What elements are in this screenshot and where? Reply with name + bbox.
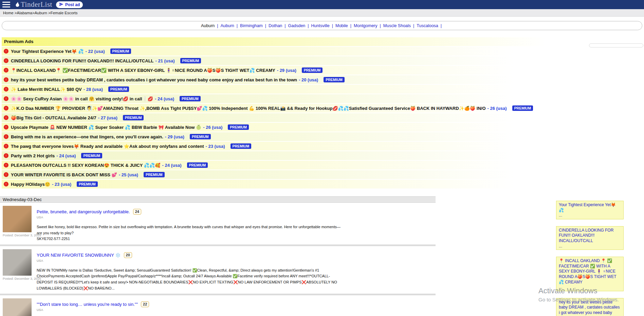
premium-badge: PREMIUM xyxy=(77,181,98,187)
listing-thumbnail[interactable] xyxy=(3,206,32,232)
city-separator: | xyxy=(265,23,266,28)
premium-ad-row[interactable]: ↑🌸🌸 Sexy CuRvy Asian 🌸🌸 in call 🤗 visiti… xyxy=(2,94,642,103)
premium-ad-title[interactable]: Happy HOlidays🙂 xyxy=(11,182,50,187)
premium-ad-row[interactable]: ↑PLEASANTON OUTCALLS !! SEXY KOREAN😍 THI… xyxy=(2,161,642,170)
premium-ad-row[interactable]: ↑✨K.O Daa NUMBER 🏆 PROVIDER 🧖‍♀️✨💕AMAZIN… xyxy=(2,104,642,113)
listing-thumbnail[interactable] xyxy=(3,249,32,276)
hamburger-menu-icon[interactable] xyxy=(2,2,10,7)
city-separator: | xyxy=(284,23,286,28)
up-arrow-icon: ↑ xyxy=(4,144,8,149)
age-badge: 22 xyxy=(141,301,149,307)
premium-ad-title[interactable]: YOUR WINTER FAVORITE IS BACK DONT MISS 💕 xyxy=(11,172,117,177)
premium-badge: PREMIUM xyxy=(187,162,208,168)
premium-ad-title[interactable]: hey its your best wettes petite baby DRE… xyxy=(11,77,297,82)
city-link-dothan[interactable]: Dothan xyxy=(269,23,282,28)
city-link-auburn[interactable]: Auburn xyxy=(221,23,234,28)
premium-ad-row[interactable]: ↑✨ Lake Merritt INCALL✨ $80 QV - 28 (usa… xyxy=(2,85,642,94)
premium-badge: PREMIUM xyxy=(81,153,102,158)
up-arrow-icon: ↑ xyxy=(4,87,8,92)
premium-ad-row[interactable]: ↑Being with me is an experience—one that… xyxy=(2,132,642,141)
premium-ad-row[interactable]: ↑Upscale Playmate 🚨 NEW NUMBER 💦 Super S… xyxy=(2,123,642,132)
premium-ad-row[interactable]: ↑YOUR WINTER FAVORITE IS BACK DONT MISS … xyxy=(2,170,642,179)
premium-ad-age: - 29 (usa) xyxy=(277,68,296,73)
sidebar-ellipsis: ... xyxy=(559,213,621,218)
listing-thumbnail[interactable] xyxy=(3,298,32,316)
premium-ad-age: - 26 (usa) xyxy=(487,106,507,111)
sidebar-premium-title[interactable]: 📍 INCALL OAKLAND 📍 ✅ FACETIME/CAR ✅ WITH… xyxy=(559,258,621,285)
premium-badge: PREMIUM xyxy=(180,96,201,101)
city-link-gadsden[interactable]: Gadsden xyxy=(288,23,306,28)
premium-ad-row[interactable]: ↑CINDERELLA LOOKING FOR FUN!!! OAKLAND!!… xyxy=(2,56,642,65)
breadcrumb[interactable]: Home >Alabama>Auburn >Female Escorts xyxy=(0,9,644,17)
premium-badge: PREMIUM xyxy=(512,105,533,111)
listing-title-row: Petite, brunette, and dangerously unforg… xyxy=(37,209,344,215)
premium-ad-row[interactable]: ↑Happy HOlidays🙂 - 23 (usa)PREMIUM xyxy=(2,180,642,189)
premium-ad-title[interactable]: Upscale Playmate 🚨 NEW NUMBER 💦 Super So… xyxy=(11,125,201,130)
premium-ad-title[interactable]: CINDERELLA LOOKING FOR FUN!!! OAKLAND!!!… xyxy=(11,58,154,63)
city-link-montgomery[interactable]: Montgomery xyxy=(354,23,377,28)
sidebar-premium-title[interactable]: CINDERELLA LOOKING FOR FUN!!! OAKLAND!!!… xyxy=(559,228,621,244)
premium-ad-title[interactable]: Your Tightest Experience Yet🦊 💦 xyxy=(11,49,84,54)
premium-ads-section: Premium Ads ↑Your Tightest Experience Ye… xyxy=(2,37,642,189)
premium-ad-title[interactable]: PLEASANTON OUTCALLS !! SEXY KOREAN😍 THIC… xyxy=(11,163,160,168)
premium-sidebar: Your Tightest Experience Yet🦊 💦...CINDER… xyxy=(556,201,624,316)
premium-ad-title[interactable]: ✨ Lake Merritt INCALL✨ $80 QV xyxy=(11,87,82,92)
premium-ad-age: - 24 (usa) xyxy=(162,163,181,168)
premium-ad-age: - 23 (usa) xyxy=(205,144,225,149)
premium-ad-row[interactable]: ↑🍑Big Tits Girl - OUTCALL Available 24/7… xyxy=(2,113,642,122)
post-ad-button[interactable]: Post ad xyxy=(56,1,83,8)
up-arrow-icon: ↑ xyxy=(4,58,8,63)
premium-badge: PREMIUM xyxy=(228,124,249,130)
sidebar-premium-title[interactable]: Your Tightest Experience Yet🦊 💦 xyxy=(559,202,621,213)
up-arrow-icon: ↑ xyxy=(4,153,8,158)
premium-ad-age: - 20 (usa) xyxy=(299,77,318,82)
premium-ad-title[interactable]: 📍INCALL OAKLAND📍 ✅FACETIME/CAR✅ WITH A S… xyxy=(11,68,275,73)
premium-ad-title[interactable]: ✨K.O Daa NUMBER 🏆 PROVIDER 🧖‍♀️✨💕AMAZING… xyxy=(11,106,486,111)
premium-ad-title[interactable]: Being with me is an experience—one that … xyxy=(11,134,163,139)
premium-ad-age: - 25 (usa) xyxy=(119,172,138,177)
premium-ads-header: Premium Ads xyxy=(2,37,642,46)
posted-date: Posted: December 3, 2025 xyxy=(3,233,35,237)
city-current: Auburn xyxy=(201,23,215,28)
premium-ad-row[interactable]: ↑The pawg that everyone loves🦊 Ready and… xyxy=(2,142,642,151)
sidebar-premium-box[interactable]: hey its your best wettes petite baby DRE… xyxy=(556,298,624,316)
listing-card: Posted: December 3, 2025Petite, brunette… xyxy=(0,203,436,242)
premium-ad-title[interactable]: Party with 2 Hot girls xyxy=(11,153,55,158)
city-link-tuscaloosa[interactable]: Tuscaloosa xyxy=(417,23,438,28)
premium-ad-row[interactable]: ↑hey its your best wettes petite baby DR… xyxy=(2,75,642,84)
age-badge: 24 xyxy=(133,209,141,215)
premium-ad-title[interactable]: 🌸🌸 Sexy CuRvy Asian 🌸🌸 in call 🤗 visitin… xyxy=(11,96,153,101)
city-separator: | xyxy=(217,23,218,28)
up-arrow-icon: ↑ xyxy=(4,182,8,186)
premium-ad-title[interactable]: 🍑Big Tits Girl - OUTCALL Available 24/7 xyxy=(11,115,96,120)
sidebar-premium-box[interactable]: Your Tightest Experience Yet🦊 💦... xyxy=(556,201,624,219)
page: TinderList Post ad Home >Alabama>Auburn … xyxy=(0,0,644,316)
breadcrumb-text: Home >Alabama>Auburn >Female Escorts xyxy=(3,11,78,15)
listing-title-link[interactable]: Petite, brunette, and dangerously unforg… xyxy=(37,209,130,214)
city-link-birmingham[interactable]: Birmingham xyxy=(240,23,263,28)
premium-ad-age: - 22 (usa) xyxy=(86,49,105,54)
listing-body: YOUR NEW FAVORITE SNOWBUNNY ❄️20USANEW I… xyxy=(35,249,344,291)
premium-badge: PREMIUM xyxy=(302,67,323,73)
listing-title-row: ""Don't stare too long… unless you're re… xyxy=(37,301,344,307)
navbar: TinderList Post ad xyxy=(0,0,644,9)
premium-ad-row[interactable]: ↑Party with 2 Hot girls - 24 (usa)PREMIU… xyxy=(2,151,642,160)
up-arrow-icon: ↑ xyxy=(4,163,8,167)
premium-ad-row[interactable]: ↑Your Tightest Experience Yet🦊 💦 - 22 (u… xyxy=(2,47,642,56)
premium-badge: PREMIUM xyxy=(190,134,211,139)
listing-country: USA xyxy=(37,259,344,262)
listing-title-link[interactable]: ""Don't stare too long… unless you're re… xyxy=(37,302,138,307)
city-separator: | xyxy=(308,23,309,28)
premium-ad-row[interactable]: ↑📍INCALL OAKLAND📍 ✅FACETIME/CAR✅ WITH A … xyxy=(2,66,642,75)
city-links-box: Auburn|Auburn|Birmingham|Dothan|Gadsden|… xyxy=(2,21,642,30)
sidebar-premium-box[interactable]: CINDERELLA LOOKING FOR FUN!!! OAKLAND!!!… xyxy=(556,226,624,250)
premium-ad-title[interactable]: The pawg that everyone loves🦊 Ready and … xyxy=(11,144,204,149)
city-link-huntsville[interactable]: Huntsville xyxy=(311,23,330,28)
site-logo[interactable]: TinderList xyxy=(14,0,52,9)
up-arrow-icon: ↑ xyxy=(4,68,8,73)
listing-title-link[interactable]: YOUR NEW FAVORITE SNOWBUNNY ❄️ xyxy=(37,253,121,258)
sidebar-premium-box[interactable]: 📍 INCALL OAKLAND 📍 ✅ FACETIME/CAR ✅ WITH… xyxy=(556,257,624,291)
city-link-muscle-shoals[interactable]: Muscle Shoals xyxy=(383,23,411,28)
city-link-mobile[interactable]: Mobile xyxy=(335,23,348,28)
sidebar-premium-title[interactable]: hey its your best wettes petite baby DRE… xyxy=(559,300,621,316)
